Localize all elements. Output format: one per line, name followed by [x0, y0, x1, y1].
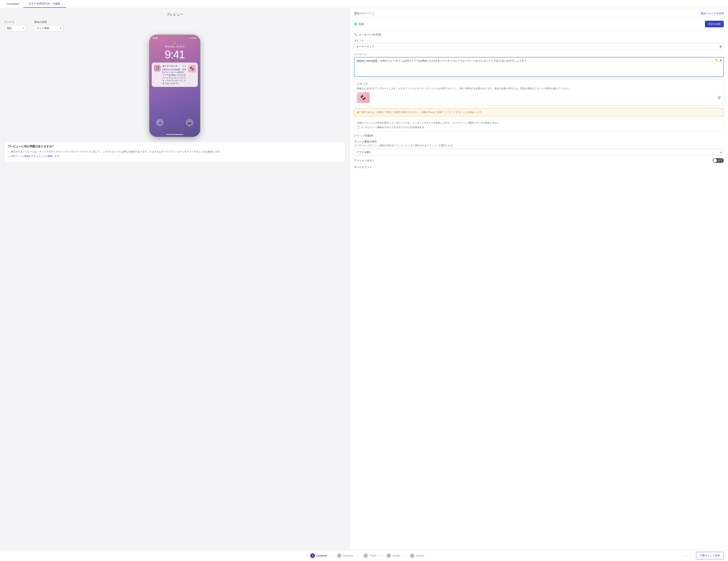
- push-body-desc: ユーザーがこのプッシュ通知の本文をクリックしたときに実行されるアクションを選択し…: [354, 144, 724, 147]
- nav-next-arrow[interactable]: ›: [683, 550, 690, 561]
- save-draft-button[interactable]: 下書きとして保存: [696, 552, 724, 559]
- status-icons: ▪▪▪ ≋ ▭: [189, 37, 197, 39]
- toggle-knob: [713, 159, 717, 162]
- action-button-toggle-row: アクションボタン オフ: [354, 158, 724, 163]
- notif-text: {{${last_name}}}様、今年のバレンタインはXXストアでお求めいただ…: [162, 68, 186, 85]
- right-panel: 通知グループ ? 通知グループを管理 言語 言語を追加 ✏️ メッセージを作成 …: [349, 8, 728, 550]
- preview-issues: プレビューに何か問題がありますか? 表示されるメッセージは、デバイスのサイズやメ…: [4, 141, 345, 162]
- device-select[interactable]: 電話 タブレット: [4, 25, 26, 31]
- rich-push-checkbox-row: リッチプッシュ通知をサポートするデバイスにのみ送信する: [357, 126, 721, 129]
- step-num-1: 1: [310, 553, 315, 558]
- message-textarea[interactable]: {{${last_name}}}様、今年のバレンタインはXXストアでお求めいただ…: [357, 59, 721, 74]
- tab-campaigns[interactable]: Campaigns: [3, 1, 22, 7]
- wifi-icon: ≋: [192, 37, 194, 39]
- step-sep-2: [355, 555, 362, 556]
- warning-box: ⚠️ 可能であれば、画像の一貫性と信頼性を保証するために、画像をBrazeに直接…: [354, 108, 724, 116]
- rich-push-checkbox[interactable]: [357, 126, 360, 129]
- wizard-step-4[interactable]: 4 Assign: [386, 553, 400, 558]
- media-row: 🍫 🗑️: [357, 92, 721, 103]
- toggle-off-text: オフ: [718, 159, 723, 162]
- wizard-steps: 1 Compose 2 Schedule 3 Target 4 Assign 5…: [310, 553, 424, 558]
- notif-header: オーケーストア 今す: [162, 65, 186, 68]
- action-button-label: アクションボタン: [354, 159, 374, 162]
- wizard-step-2[interactable]: 2 Schedule: [337, 553, 354, 558]
- flashlight-button: 🔦: [156, 119, 164, 126]
- phone-time-large: 9:41: [150, 48, 200, 61]
- action-button-toggle[interactable]: オフ: [713, 158, 724, 163]
- phone-container: 9:41 ▪▪▪ ≋ ▭ 🔒 Monday, June 6 9:41 🎵: [4, 35, 345, 137]
- step-num-4: 4: [386, 553, 391, 558]
- language-row: 言語 言語を追加: [354, 21, 724, 27]
- add-language-button[interactable]: 言語を追加: [705, 21, 724, 27]
- media-section: メディア 画像またはGIFをアップロードします。ビデオファイルとオーディオファイ…: [354, 79, 724, 106]
- edit-compose-icon: ✏️: [354, 33, 357, 36]
- title-field-row: ⊕: [354, 43, 724, 50]
- notif-image: 🍫: [188, 65, 196, 72]
- device-controls: デバイス 電話 タブレット 通知の状態 ロック画面 通知センター フォアグラウン…: [4, 20, 345, 31]
- preview-panel: プレビュー デバイス 電話 タブレット 通知の状態 ロック画面 通知センター: [0, 8, 349, 550]
- step-label-2: Schedule: [343, 554, 354, 557]
- notification-group-label: 通知グループ ?: [354, 12, 374, 15]
- camera-icon: 📷: [188, 121, 191, 124]
- globe-icon: [354, 22, 357, 26]
- lock-icon: 🔒: [150, 41, 200, 44]
- compose-header: ✏️ メッセージを作成: [354, 33, 724, 36]
- title-add-icon[interactable]: ⊕: [719, 45, 722, 48]
- click-action-select[interactable]: アプリを開く: [354, 149, 724, 156]
- issues-list: 表示されるメッセージは、デバイスのサイズやメッセージのパーソナライズに応じて、こ…: [7, 150, 342, 158]
- push-body-label: プッシュ通知の本文: [354, 140, 724, 143]
- ios-docs-link[interactable]: iOSプッシュ通知のドキュメントに移動します。: [11, 155, 62, 157]
- close-tab-icon[interactable]: ×: [62, 2, 63, 5]
- device-label: デバイス: [4, 20, 26, 24]
- issue-link-item: iOSプッシュ通知のドキュメントに移動します。: [11, 154, 342, 158]
- status-select-wrapper: ロック画面 通知センター フォアグラウンド: [34, 25, 63, 31]
- rich-push-checkbox-label: リッチプッシュ通知をサポートするデバイスにのみ送信する: [361, 126, 424, 129]
- notification-card: 🎵 オーケーストア 今す {{${last_name}}}様、今年のバレンタイン…: [152, 63, 198, 87]
- language-label: 言語: [354, 22, 364, 26]
- device-select-wrapper: 電話 タブレット: [4, 25, 26, 31]
- notif-app-icon: 🎵: [154, 65, 161, 71]
- media-thumbnail: 🍫: [357, 92, 370, 103]
- step-label-1: Compose: [316, 554, 327, 557]
- open-app-select-wrapper: アプリを開く: [354, 149, 724, 156]
- step-label-4: Assign: [392, 554, 400, 557]
- notification-group-info-icon[interactable]: ?: [371, 12, 374, 15]
- signal-icon: ▪▪▪: [189, 37, 192, 39]
- phone-date: Monday, June 6: [150, 45, 200, 48]
- info-text: 以前のバージョンのiOSを実行しているデバイスは、メッセージテキストを受信します…: [357, 121, 721, 124]
- tab-bar: Campaigns 「おすすめ商品Push」を編集 ×: [0, 0, 728, 8]
- step-sep-3: [378, 555, 385, 556]
- phone-time-small: 9:41: [153, 37, 158, 39]
- message-add-icon[interactable]: ⊕: [719, 59, 722, 62]
- wizard-step-3[interactable]: 3 Target: [363, 553, 376, 558]
- click-action-label: クリック時動作: [354, 134, 724, 138]
- nav-prev-arrow[interactable]: ‹: [304, 552, 310, 559]
- step-sep-4: [402, 555, 408, 556]
- camera-button: 📷: [186, 119, 194, 126]
- step-num-3: 3: [363, 553, 368, 558]
- home-indicator: [166, 134, 183, 135]
- issues-title: プレビューに何か問題がありますか?: [7, 144, 342, 148]
- message-edit-icon[interactable]: ✏️: [715, 59, 719, 62]
- preview-title: プレビュー: [4, 12, 345, 17]
- wizard-bar: ‹ 1 Compose 2 Schedule 3 Target 4 Assign…: [0, 550, 728, 561]
- issue-item: 表示されるメッセージは、デバイスのサイズやメッセージのパーソナライズに応じて、こ…: [11, 150, 342, 153]
- tab-edit[interactable]: 「おすすめ商品Push」を編集 ×: [23, 0, 66, 8]
- notif-content: オーケーストア 今す {{${last_name}}}様、今年のバレンタインはX…: [162, 65, 186, 85]
- phone-mockup: 9:41 ▪▪▪ ≋ ▭ 🔒 Monday, June 6 9:41 🎵: [149, 35, 200, 137]
- wizard-step-5[interactable]: 5 Review: [410, 553, 424, 558]
- media-label: メディア: [357, 82, 721, 86]
- battery-icon: ▭: [195, 37, 197, 39]
- wizard-step-1[interactable]: 1 Compose: [310, 553, 327, 558]
- manage-notification-group-link[interactable]: 通知グループを管理: [701, 12, 724, 15]
- media-delete-icon[interactable]: 🗑️: [717, 96, 721, 99]
- flashlight-icon: 🔦: [158, 121, 162, 124]
- notif-time: 今す: [182, 65, 186, 68]
- device-field-label: デバイスフィー: [354, 165, 724, 169]
- status-label: 通知の状態: [34, 20, 63, 24]
- status-select[interactable]: ロック画面 通知センター フォアグラウンド: [34, 25, 63, 31]
- step-label-3: Target: [369, 554, 376, 557]
- step-sep-1: [329, 555, 335, 556]
- step-num-5: 5: [410, 553, 415, 558]
- title-input[interactable]: [354, 43, 724, 50]
